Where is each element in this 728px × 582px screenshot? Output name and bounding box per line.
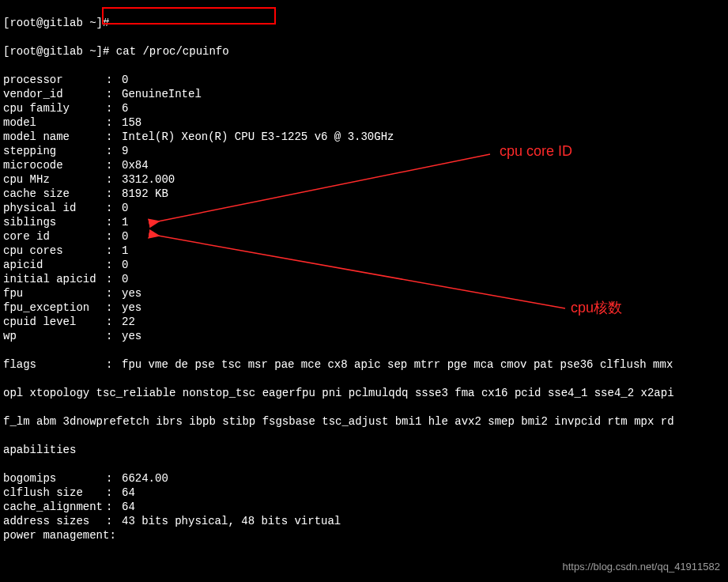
watermark: https://blog.csdn.net/qq_41911582 xyxy=(563,560,721,574)
kv-line: power management: xyxy=(3,528,725,542)
flags-wrap: f_lm abm 3dnowprefetch ibrs ibpb stibp f… xyxy=(3,414,725,429)
shell-prompt: [root@gitlab ~]# xyxy=(3,45,116,58)
kv-line: cache_alignment: 64 xyxy=(3,500,725,514)
kv-label: wp xyxy=(3,329,106,343)
kv-label: address sizes xyxy=(3,514,106,528)
kv-colon: : xyxy=(106,130,122,144)
kv-line-pm: power management: xyxy=(3,529,116,542)
kv-label: bogomips xyxy=(3,471,106,486)
command-line: [root@gitlab ~]# cat /proc/cpuinfo xyxy=(3,44,725,59)
kv-value: 0 xyxy=(122,259,128,271)
cpu0-block: processor: 0vendor_id: GenuineIntelcpu f… xyxy=(3,73,725,343)
kv-line: vendor_id: GenuineIntel xyxy=(3,87,725,101)
flags-line: flags: fpu vme de pse tsc msr pae mce cx… xyxy=(3,357,725,372)
kv-colon: : xyxy=(106,286,122,300)
kv-line: model name: Intel(R) Xeon(R) CPU E3-1225… xyxy=(3,130,725,144)
kv-line: cpu cores: 1 xyxy=(3,244,725,258)
kv-label: cpu MHz xyxy=(3,172,106,187)
kv-line: cpu MHz: 3312.000 xyxy=(3,172,725,187)
kv-line: cpu family: 6 xyxy=(3,101,725,115)
kv-value: 1 xyxy=(122,244,128,257)
kv-line: physical id: 0 xyxy=(3,201,725,215)
kv-colon: : xyxy=(106,500,122,514)
kv-colon: : xyxy=(106,115,122,130)
kv-line: siblings: 1 xyxy=(3,215,725,229)
kv-line: wp: yes xyxy=(3,329,725,343)
kv-value: 8192 KB xyxy=(122,187,168,200)
kv-value: GenuineIntel xyxy=(122,88,202,100)
kv-value: Intel(R) Xeon(R) CPU E3-1225 v6 @ 3.30GH… xyxy=(122,130,394,143)
kv-colon: : xyxy=(106,187,122,201)
kv-label: model xyxy=(3,115,106,130)
kv-colon: : xyxy=(106,215,122,229)
kv-label: apicid xyxy=(3,258,106,272)
kv-colon: : xyxy=(106,229,122,244)
kv-colon: : xyxy=(106,101,122,115)
kv-value: 43 bits physical, 48 bits virtual xyxy=(122,515,341,527)
kv-value: 0 xyxy=(122,273,128,285)
kv-colon: : xyxy=(106,258,122,272)
kv-colon: : xyxy=(106,244,122,258)
prompt-prefix: [root@gitlab ~]# xyxy=(3,17,109,29)
kv-line: processor: 0 xyxy=(3,73,725,87)
kv-value: yes xyxy=(122,330,141,342)
kv-colon: : xyxy=(106,87,122,101)
kv-label: clflush size xyxy=(3,486,106,500)
kv-colon: : xyxy=(106,315,122,329)
kv-colon: : xyxy=(106,144,122,158)
kv-label: stepping xyxy=(3,144,106,158)
flags-wrap: opl xtopology tsc_reliable nonstop_tsc e… xyxy=(3,386,725,400)
kv-colon: : xyxy=(106,158,122,172)
kv-line: fpu_exception: yes xyxy=(3,300,725,315)
kv-value: 64 xyxy=(122,486,135,499)
kv-label: processor xyxy=(3,73,106,87)
kv-value: 6624.00 xyxy=(122,472,168,485)
kv-label: siblings xyxy=(3,215,106,229)
kv-value: 1 xyxy=(122,216,128,229)
kv-value: 158 xyxy=(122,116,141,129)
kv-value: 6 xyxy=(122,102,128,115)
kv-value: yes xyxy=(122,301,141,314)
kv-value: 64 xyxy=(122,501,135,513)
kv-label: flags xyxy=(3,357,106,372)
kv-line: microcode: 0x84 xyxy=(3,158,725,172)
kv-line: apicid: 0 xyxy=(3,258,725,272)
kv-colon: : xyxy=(106,73,122,87)
kv-line: cpuid level: 22 xyxy=(3,315,725,329)
kv-label: vendor_id xyxy=(3,87,106,101)
kv-value: 3312.000 xyxy=(122,173,175,186)
kv-label: cpu family xyxy=(3,101,106,115)
kv-colon: : xyxy=(106,471,122,486)
kv-label: physical id xyxy=(3,201,106,215)
kv-value: 22 xyxy=(122,316,135,328)
kv-line: address sizes: 43 bits physical, 48 bits… xyxy=(3,514,725,528)
prompt-line-top: [root@gitlab ~]# xyxy=(3,16,725,30)
kv-line: stepping: 9 xyxy=(3,144,725,158)
kv-colon: : xyxy=(106,329,122,343)
kv-line: initial apicid: 0 xyxy=(3,272,725,286)
kv-value: 0 xyxy=(122,202,128,214)
kv-value: yes xyxy=(122,287,141,300)
kv-colon: : xyxy=(106,172,122,187)
kv-label: fpu_exception xyxy=(3,300,106,315)
kv-line: clflush size: 64 xyxy=(3,486,725,500)
kv-line: fpu: yes xyxy=(3,286,725,300)
kv-colon: : xyxy=(106,300,122,315)
kv-label: cache size xyxy=(3,187,106,201)
kv-line: model: 158 xyxy=(3,115,725,130)
kv-label: fpu xyxy=(3,286,106,300)
kv-value: 9 xyxy=(122,145,128,157)
kv-line: core id: 0 xyxy=(3,229,725,244)
command-text: cat /proc/cpuinfo xyxy=(116,45,229,58)
terminal-output: [root@gitlab ~]# [root@gitlab ~]# cat /p… xyxy=(0,0,728,582)
kv-line: bogomips: 6624.00 xyxy=(3,471,725,486)
kv-colon: : xyxy=(106,201,122,215)
kv-value: 0 xyxy=(122,74,128,86)
kv-line: cache size: 8192 KB xyxy=(3,187,725,201)
kv-value: 0 xyxy=(122,230,128,243)
kv-label: cache_alignment xyxy=(3,500,106,514)
kv-value: 0x84 xyxy=(122,159,149,172)
kv-colon: : xyxy=(106,486,122,500)
kv-label: core id xyxy=(3,229,106,244)
flags-wrap: apabilities xyxy=(3,443,725,457)
